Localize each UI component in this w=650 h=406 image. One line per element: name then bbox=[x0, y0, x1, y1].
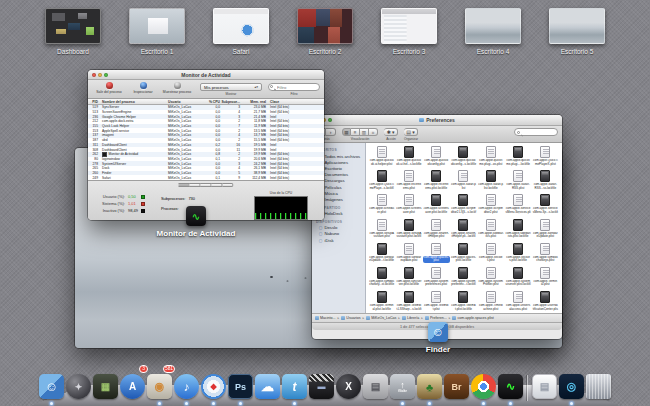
process-row[interactable]: 187 ubd MiKeOs_LoCas 0,0 2 15,5 MB Intel… bbox=[88, 138, 324, 143]
icon-view-button[interactable]: ▦ bbox=[342, 128, 351, 136]
space-thumbnail[interactable]: Escritorio 4 bbox=[456, 8, 530, 55]
process-filter-popup[interactable]: Mis procesos ▴▾ bbox=[200, 83, 262, 91]
dock-item[interactable]: 581 ◉ bbox=[146, 369, 173, 399]
space-preview[interactable] bbox=[45, 8, 101, 44]
space-preview[interactable] bbox=[381, 8, 437, 44]
path-crumb[interactable]: MiKeOs_LoCas bbox=[366, 316, 402, 320]
am-tab[interactable] bbox=[212, 183, 223, 187]
path-crumb[interactable]: Macinto... bbox=[315, 316, 341, 320]
am-tab[interactable] bbox=[201, 183, 212, 187]
file-item[interactable]: com.apple.recentitems.plist bbox=[395, 169, 422, 193]
file-item[interactable]: com.apple.TimeMachine.plist bbox=[477, 290, 504, 313]
dock-item[interactable]: ♣ bbox=[416, 369, 443, 399]
file-item[interactable]: com.apple.Safari.RSS...ss.lockfile bbox=[532, 169, 559, 193]
file-item[interactable]: com.apple.scheduler.plist bbox=[368, 193, 395, 217]
file-item[interactable]: com.apple.recentitems.plist.lockfile bbox=[423, 169, 450, 193]
process-row[interactable]: 80 loginwindow MiKeOs_LoCas 0,1 2 20,6 M… bbox=[88, 157, 324, 162]
arrange-menu-button[interactable]: ▤ ▾ bbox=[404, 128, 418, 136]
am-tab[interactable] bbox=[190, 183, 201, 187]
process-row[interactable]: 513 ScreenSaverEngine MiKeOs_LoCas 0,0 4… bbox=[88, 110, 324, 115]
dock-item[interactable]: ✦ bbox=[65, 369, 92, 399]
dock-item[interactable] bbox=[470, 369, 497, 399]
file-item[interactable]: com.apple.universalaccess.plist bbox=[504, 290, 531, 313]
activity-monitor-window[interactable]: Monitor de Actividad Salir del proceso I… bbox=[88, 70, 324, 220]
file-item[interactable]: com.apple.symbolichotkey...st.lockfile bbox=[368, 266, 395, 290]
path-crumb[interactable]: com.apple.spaces.plist bbox=[452, 316, 493, 320]
file-item[interactable]: com.apple.softwareupdate.plist bbox=[395, 242, 422, 266]
process-row[interactable]: 278 SystemUIServer MiKeOs_LoCas 0,0 3 24… bbox=[88, 161, 324, 166]
file-item[interactable]: com.apple.Safari.plist bbox=[450, 169, 477, 193]
file-item[interactable]: com.apple.ScriptEditor2.LSS...s.lockfile bbox=[450, 193, 477, 217]
am-tab[interactable] bbox=[179, 183, 190, 187]
file-item[interactable]: com.apple.quicklookconfig.plist bbox=[423, 145, 450, 169]
file-item[interactable]: com.apple.SoftwareUpdate...t.lockfile bbox=[368, 242, 395, 266]
space-thumbnail[interactable]: Escritorio 2 bbox=[288, 8, 362, 55]
file-item[interactable]: com.apple.QuickTimePlayerX.plist bbox=[532, 145, 559, 169]
process-row[interactable]: 311 DashboardClient MiKeOs_LoCas 0,2 16 … bbox=[88, 143, 324, 148]
path-crumb[interactable]: Usuarios bbox=[341, 316, 366, 320]
file-item[interactable]: com.apple.quicklook.ui.helper.plist bbox=[368, 145, 395, 169]
file-item[interactable]: com.apple.SetupAssistant.plist bbox=[368, 218, 395, 242]
file-item[interactable]: com.apple.Stickies.plist bbox=[477, 242, 504, 266]
space-thumbnail[interactable]: Dashboard bbox=[36, 8, 110, 55]
file-item[interactable]: com.apple.TextEdit.LSShare...s.lockfile bbox=[395, 290, 422, 313]
file-item[interactable]: com.apple.systempreferenc...t.lockfile bbox=[450, 266, 477, 290]
process-row[interactable]: 236 Google Chrome Helper MiKeOs_LoCas 0,… bbox=[88, 114, 324, 119]
space-preview[interactable] bbox=[549, 8, 605, 44]
am-titlebar[interactable]: Monitor de Actividad bbox=[88, 70, 324, 80]
sidebar-item-device[interactable]: ▢ iDisk bbox=[312, 237, 365, 243]
space-thumbnail[interactable]: Escritorio 3 bbox=[372, 8, 446, 55]
process-row[interactable]: 262 Monitor de Actividad MiKeOs_LoCas 0,… bbox=[88, 152, 324, 157]
dock-item[interactable]: Br bbox=[443, 369, 470, 399]
dock-item[interactable]: ↑ flickr bbox=[389, 369, 416, 399]
file-item[interactable]: com.apple.spaces.plist bbox=[423, 242, 450, 266]
column-view-button[interactable]: ▥ bbox=[360, 128, 369, 136]
file-item[interactable]: com.apple.sidebarlists.plist bbox=[477, 218, 504, 242]
file-item[interactable]: com.apple.Stickies.plist.lockfile bbox=[504, 242, 531, 266]
file-item[interactable]: com.apple.spaces.plist.lockfile bbox=[450, 242, 477, 266]
file-item[interactable]: com.apple.ShareKitHelper.plist bbox=[423, 218, 450, 242]
path-crumb[interactable]: Librería bbox=[402, 316, 425, 320]
space-preview[interactable] bbox=[465, 8, 521, 44]
dock-item[interactable]: Ps bbox=[227, 369, 254, 399]
dock-item[interactable]: ◆ bbox=[200, 369, 227, 399]
dock-item[interactable]: ☺ bbox=[38, 369, 65, 399]
process-row[interactable]: 265 Dock MiKeOs_LoCas 0,0 4 26,1 MB Inte… bbox=[88, 166, 324, 171]
dock-item[interactable]: t bbox=[281, 369, 308, 399]
sample-process-button[interactable]: Muestrear proceso bbox=[160, 81, 194, 98]
file-item[interactable]: com.apple.quicklookconfig...s.lockfile bbox=[450, 145, 477, 169]
file-item[interactable]: com.apple.TextEdit.plist bbox=[423, 290, 450, 313]
file-item[interactable]: com.apple.screensaver.plist bbox=[395, 193, 422, 217]
process-row[interactable]: 519 SyncServer MiKeOs_LoCas 0,0 3 23,0 M… bbox=[88, 105, 324, 110]
process-row[interactable]: 212 com.apple.dock.extra MiKeOs_LoCas 0,… bbox=[88, 119, 324, 124]
finder-window-label[interactable]: ☺ Finder bbox=[398, 322, 478, 354]
space-thumbnail[interactable]: Safari bbox=[204, 8, 278, 55]
dock-item[interactable]: ∿ bbox=[497, 369, 524, 399]
path-crumb[interactable]: Preferen... bbox=[425, 316, 452, 320]
file-item[interactable]: com.apple.Terminal.plist.lockfile bbox=[368, 290, 395, 313]
dock-item[interactable]: X bbox=[335, 369, 362, 399]
finder-window[interactable]: Preferences ‹ › Atrás ▦ ≡ ▥ ⌗ Visualizac… bbox=[312, 115, 562, 339]
file-item[interactable]: com.apple.TextEdit.plist.lockfile bbox=[450, 290, 477, 313]
dock-item[interactable]: ♪ bbox=[173, 369, 200, 399]
file-item[interactable]: com.apple.ScriptEditor2.plist bbox=[477, 193, 504, 217]
file-item[interactable]: com.apple.systemuiserver.plist.lockfile bbox=[504, 266, 531, 290]
file-item[interactable]: com.apple.quicktime.plugi...os.plist bbox=[477, 145, 504, 169]
file-item[interactable]: com.apple.screensaver.plist.lockfile bbox=[423, 193, 450, 217]
file-item[interactable]: com.apple.Terminal.plist bbox=[532, 266, 559, 290]
inspect-button[interactable]: Inspeccionar bbox=[126, 81, 160, 98]
dock-item[interactable]: ▤ bbox=[531, 369, 558, 399]
file-item[interactable]: com.apple.ServicesMenu.Services.plist bbox=[504, 193, 531, 217]
space-thumbnail[interactable]: Escritorio 1 bbox=[120, 8, 194, 55]
file-item[interactable]: com.apple.ShareKitHelper.pli...lockfile bbox=[450, 218, 477, 242]
action-menu-button[interactable]: ✱ ▾ bbox=[384, 128, 398, 136]
dock-item[interactable]: 3 A bbox=[119, 369, 146, 399]
file-item[interactable]: com.apple.SystemProfiler.plist bbox=[477, 266, 504, 290]
file-item[interactable]: com.apple.Safari.plist.lockfile bbox=[477, 169, 504, 193]
process-row[interactable]: 155 Quick Look Helper MiKeOs_LoCas 0,0 7… bbox=[88, 124, 324, 129]
coverflow-view-button[interactable]: ⌗ bbox=[369, 128, 378, 136]
am-tab[interactable] bbox=[223, 183, 234, 187]
dock-item[interactable]: ◎ bbox=[558, 369, 585, 399]
quit-process-button[interactable]: Salir del proceso bbox=[92, 81, 126, 98]
file-item[interactable]: com.apple.UserNotificationCenter.plist bbox=[532, 290, 559, 313]
